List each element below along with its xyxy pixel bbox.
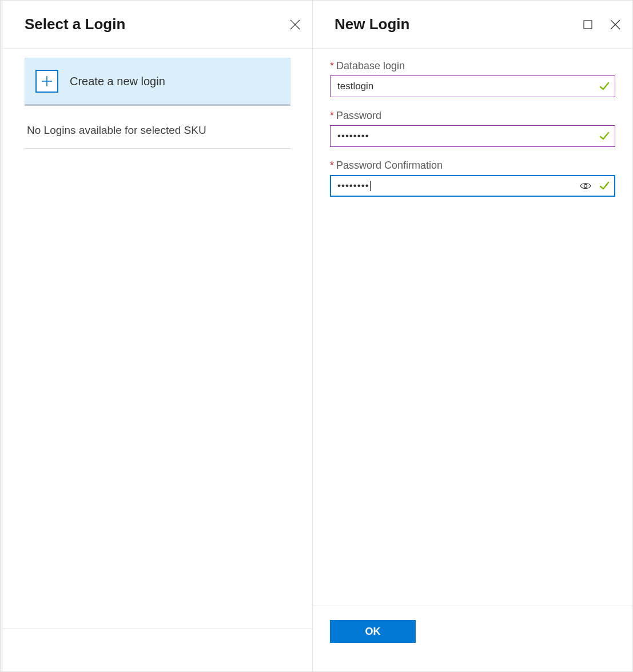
svg-point-1	[584, 184, 587, 187]
eye-icon[interactable]	[580, 182, 591, 190]
checkmark-icon	[599, 81, 610, 92]
database-login-label: *Database login	[330, 60, 615, 72]
close-icon[interactable]	[604, 13, 627, 36]
select-login-panel: Select a Login Create a new login No Log…	[1, 1, 312, 671]
svg-rect-0	[584, 21, 592, 29]
password-field-group: *Password	[330, 110, 615, 147]
create-new-login-label: Create a new login	[70, 75, 165, 88]
database-login-field-group: *Database login	[330, 60, 615, 97]
password-input[interactable]	[330, 125, 615, 147]
new-login-panel: New Login *Database login	[312, 1, 632, 671]
required-star-icon: *	[330, 160, 334, 171]
checkmark-icon	[599, 131, 610, 141]
required-star-icon: *	[330, 60, 334, 71]
checkmark-icon	[599, 181, 610, 191]
select-login-title: Select a Login	[25, 15, 125, 33]
text-cursor	[370, 181, 371, 191]
create-new-login-card[interactable]: Create a new login	[25, 58, 290, 106]
plus-icon	[35, 70, 58, 93]
new-login-header: New Login	[313, 1, 632, 49]
new-login-title: New Login	[335, 15, 409, 33]
ok-button[interactable]: OK	[330, 620, 416, 643]
maximize-icon[interactable]	[576, 13, 599, 36]
password-label: *Password	[330, 110, 615, 122]
new-login-footer: OK	[313, 606, 632, 671]
database-login-input[interactable]	[330, 75, 615, 97]
select-login-footer	[3, 629, 312, 671]
required-star-icon: *	[330, 110, 334, 121]
select-login-header: Select a Login	[3, 1, 312, 49]
close-icon[interactable]	[284, 13, 306, 36]
password-confirmation-label: *Password Confirmation	[330, 160, 615, 172]
password-confirmation-input[interactable]: ••••••••	[330, 175, 615, 197]
no-logins-message: No Logins available for selected SKU	[25, 112, 290, 149]
password-confirmation-field-group: *Password Confirmation ••••••••	[330, 160, 615, 197]
